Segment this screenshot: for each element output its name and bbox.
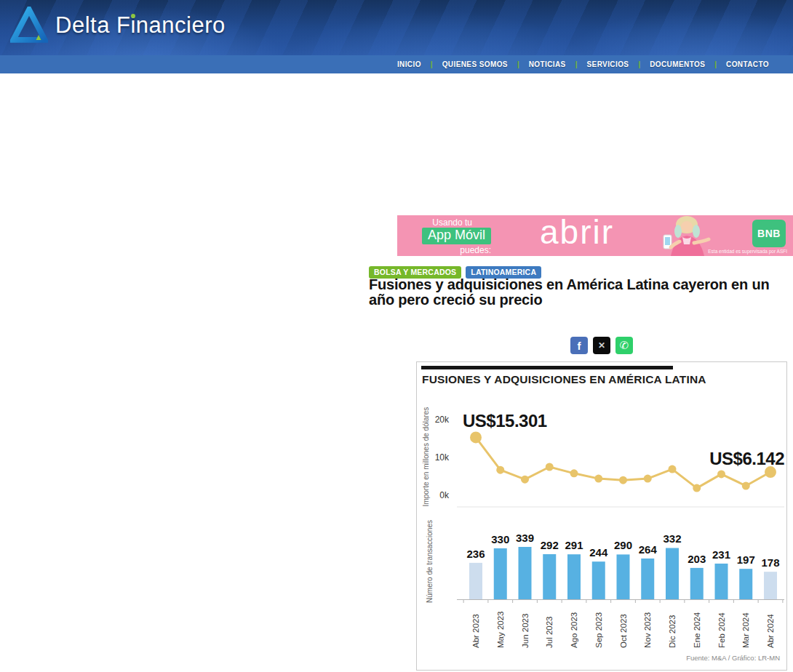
svg-text:Abr 2023: Abr 2023	[471, 614, 480, 648]
bnb-logo: BNB	[752, 220, 786, 247]
svg-text:Jul 2023: Jul 2023	[545, 617, 554, 648]
svg-text:Dic 2023: Dic 2023	[668, 615, 677, 648]
svg-text:231: 231	[712, 548, 730, 561]
svg-text:236: 236	[466, 548, 485, 560]
nav-item-quienes-somos[interactable]: QUIENES SOMOS	[433, 60, 517, 68]
svg-text:Ene 2024: Ene 2024	[693, 612, 701, 648]
ad-text-block: Usando tu App Móvil puedes:	[422, 217, 491, 255]
nav-item-inicio[interactable]: INICIO	[388, 60, 431, 68]
ad-line1: Usando tu	[432, 217, 472, 228]
svg-text:203: 203	[688, 553, 706, 565]
share-x-button[interactable]: ✕	[593, 337, 610, 354]
svg-text:10k: 10k	[435, 452, 450, 463]
ad-app-movil-pill: App Móvil	[422, 228, 491, 244]
ad-disclaimer: Esta entidad es supervisada por ASFI	[708, 249, 787, 254]
svg-text:US$15.301: US$15.301	[463, 411, 547, 431]
main-nav: INICIO | QUIENES SOMOS | NOTICIAS | SERV…	[0, 55, 793, 73]
svg-text:291: 291	[565, 539, 583, 551]
svg-text:US$6.142: US$6.142	[709, 449, 784, 468]
ad-cta-text: abrir	[540, 215, 614, 252]
svg-text:Importe en millones de dólares: Importe en millones de dólares	[422, 407, 430, 507]
ma-chart-panel: FUSIONES Y ADQUISICIONES EN AMÉRICA LATI…	[416, 361, 787, 671]
share-whatsapp-button[interactable]: ✆	[615, 337, 633, 354]
bnb-ad-banner[interactable]: Usando tu App Móvil puedes: abrir BNB Es…	[397, 215, 793, 256]
brand-accent-dot: i	[130, 12, 135, 38]
svg-text:290: 290	[614, 539, 632, 551]
svg-text:178: 178	[761, 556, 779, 569]
svg-text:244: 244	[589, 546, 608, 559]
nav-item-documentos[interactable]: DOCUMENTOS	[640, 60, 714, 68]
nav-item-contacto[interactable]: CONTACTO	[717, 60, 778, 68]
brand-logo[interactable]: Delta Financiero	[10, 7, 226, 44]
nav-item-noticias[interactable]: NOTICIAS	[519, 60, 575, 68]
svg-text:Sep 2023: Sep 2023	[594, 612, 603, 648]
svg-text:Feb 2024: Feb 2024	[717, 612, 726, 648]
svg-text:339: 339	[516, 532, 534, 544]
svg-text:Ago 2023: Ago 2023	[570, 612, 578, 648]
site-header: Delta Financiero	[0, 0, 793, 55]
svg-text:0k: 0k	[439, 490, 450, 500]
svg-text:330: 330	[491, 533, 509, 545]
chart-source: Fuente: M&A / Gráfico: LR-MN	[686, 654, 780, 662]
brand-name: Delta Financiero	[55, 12, 226, 39]
article-headline: Fusiones y adquisiciones en América Lati…	[369, 277, 791, 308]
svg-text:Número de transacciones: Número de transacciones	[426, 520, 434, 603]
svg-text:292: 292	[541, 539, 559, 551]
ma-chart-canvas: 20k10k0kUS$15.301US$6.142Importe en mill…	[416, 361, 787, 671]
svg-text:Jun 2023: Jun 2023	[521, 614, 530, 648]
svg-text:20k: 20k	[435, 415, 450, 425]
svg-text:Nov 2023: Nov 2023	[643, 612, 652, 648]
ad-line3: puedes:	[460, 245, 491, 255]
svg-text:Mar 2024: Mar 2024	[741, 612, 750, 648]
svg-text:197: 197	[737, 553, 755, 566]
svg-text:Oct 2023: Oct 2023	[619, 614, 628, 648]
svg-text:Abr 2024: Abr 2024	[766, 614, 775, 648]
svg-text:May 2023: May 2023	[496, 611, 505, 648]
delta-triangle-icon	[10, 7, 48, 44]
svg-text:264: 264	[639, 543, 658, 556]
share-buttons: f ✕ ✆	[570, 337, 633, 354]
share-facebook-button[interactable]: f	[570, 337, 588, 354]
nav-item-servicios[interactable]: SERVICIOS	[578, 60, 639, 68]
svg-text:332: 332	[663, 532, 681, 545]
